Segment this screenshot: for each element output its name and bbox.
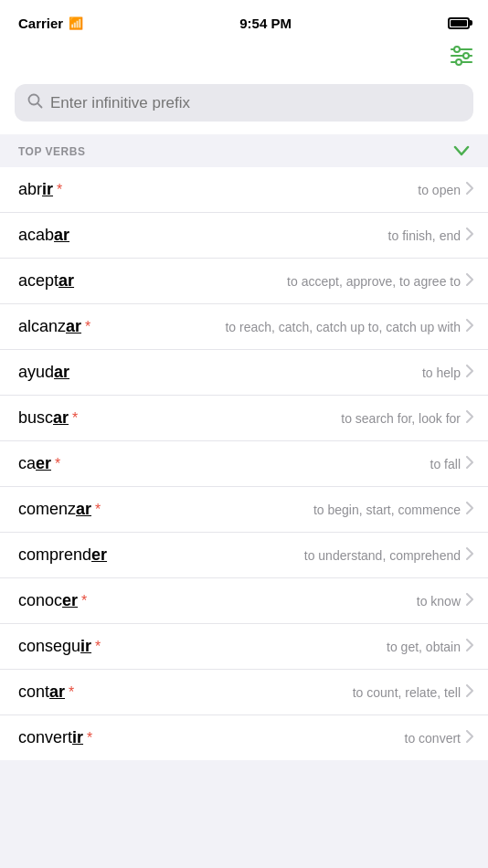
verb-left: comprender bbox=[18, 545, 107, 565]
verb-translation: to finish, end bbox=[388, 228, 461, 243]
verb-left: abrir * bbox=[18, 180, 62, 199]
verb-left: contar * bbox=[18, 683, 74, 702]
verb-row[interactable]: comprenderto understand, comprehend bbox=[0, 533, 488, 578]
verb-right: to finish, end bbox=[388, 228, 473, 244]
verb-translation: to get, obtain bbox=[387, 640, 461, 654]
verb-right: to know bbox=[417, 593, 473, 609]
verb-stem: ca bbox=[18, 454, 36, 473]
row-chevron-icon bbox=[466, 319, 473, 335]
verb-left: ayudar bbox=[18, 363, 69, 382]
verb-ending: ar bbox=[66, 317, 81, 336]
battery-container bbox=[448, 17, 470, 29]
verb-translation: to know bbox=[417, 594, 461, 609]
verb-ending: er bbox=[62, 591, 78, 610]
verb-row[interactable]: acabarto finish, end bbox=[0, 213, 488, 259]
row-chevron-icon bbox=[466, 639, 473, 655]
verb-row[interactable]: alcanzar *to reach, catch, catch up to, … bbox=[0, 304, 488, 350]
row-chevron-icon bbox=[466, 273, 473, 290]
irregular-star: * bbox=[87, 730, 92, 746]
verb-row[interactable]: caer *to fall bbox=[0, 441, 488, 487]
verb-row[interactable]: contar *to count, relate, tell bbox=[0, 670, 488, 715]
verb-row[interactable]: conseguir *to get, obtain bbox=[0, 624, 488, 670]
verb-right: to open bbox=[418, 182, 473, 198]
section-header: TOP VERBS bbox=[0, 134, 488, 167]
irregular-star: * bbox=[69, 684, 74, 701]
verb-left: alcanzar * bbox=[18, 317, 90, 336]
irregular-star: * bbox=[95, 502, 101, 518]
verb-ending: ir bbox=[80, 637, 91, 656]
verb-right: to reach, catch, catch up to, catch up w… bbox=[225, 319, 473, 335]
verb-row[interactable]: comenzar *to begin, start, commence bbox=[0, 487, 488, 533]
verb-left: conocer * bbox=[18, 591, 87, 610]
verb-translation: to begin, start, commence bbox=[313, 503, 461, 517]
verb-translation: to reach, catch, catch up to, catch up w… bbox=[225, 320, 461, 334]
verb-translation: to understand, comprehend bbox=[304, 548, 461, 563]
search-bar[interactable] bbox=[15, 84, 473, 122]
verb-ending: er bbox=[91, 545, 107, 565]
verb-translation: to count, relate, tell bbox=[353, 685, 461, 700]
verb-row[interactable]: ayudarto help bbox=[0, 350, 488, 396]
svg-point-3 bbox=[454, 47, 460, 52]
row-chevron-icon bbox=[466, 365, 473, 381]
verb-ending: ar bbox=[53, 408, 69, 428]
search-input[interactable] bbox=[50, 94, 461, 112]
row-chevron-icon bbox=[466, 182, 473, 198]
verb-stem: ayud bbox=[18, 363, 54, 382]
verb-left: buscar * bbox=[18, 408, 78, 428]
verb-right: to begin, start, commence bbox=[313, 502, 473, 518]
verb-row[interactable]: conocer *to know bbox=[0, 578, 488, 624]
svg-point-4 bbox=[463, 53, 469, 58]
verb-stem: acept bbox=[18, 271, 58, 291]
irregular-star: * bbox=[57, 182, 62, 198]
verb-row[interactable]: aceptarto accept, approve, to agree to bbox=[0, 259, 488, 304]
verb-left: comenzar * bbox=[18, 500, 101, 519]
irregular-star: * bbox=[95, 639, 101, 655]
carrier-label: Carrier bbox=[18, 16, 63, 31]
chevron-down-icon[interactable] bbox=[453, 143, 470, 160]
verb-ending: ar bbox=[76, 500, 91, 519]
row-chevron-icon bbox=[466, 228, 473, 244]
verb-stem: acab bbox=[18, 226, 54, 245]
verb-row[interactable]: convertir *to convert bbox=[0, 715, 488, 760]
verb-stem: consegu bbox=[18, 637, 80, 656]
battery-icon bbox=[448, 17, 470, 29]
verb-ending: ar bbox=[58, 271, 74, 291]
irregular-star: * bbox=[81, 593, 87, 609]
row-chevron-icon bbox=[466, 502, 473, 518]
verb-left: convertir * bbox=[18, 728, 92, 747]
wifi-icon: 📶 bbox=[69, 16, 83, 30]
verb-right: to understand, comprehend bbox=[304, 547, 473, 564]
row-chevron-icon bbox=[466, 593, 473, 609]
verb-row[interactable]: buscar *to search for, look for bbox=[0, 396, 488, 441]
row-chevron-icon bbox=[466, 547, 473, 564]
verb-stem: busc bbox=[18, 408, 53, 428]
verb-translation: to search for, look for bbox=[341, 411, 461, 426]
verb-stem: cont bbox=[18, 683, 49, 702]
verb-ending: ir bbox=[72, 728, 83, 747]
verb-right: to count, relate, tell bbox=[353, 684, 473, 701]
irregular-star: * bbox=[55, 456, 60, 472]
verb-left: conseguir * bbox=[18, 637, 101, 656]
row-chevron-icon bbox=[466, 456, 473, 472]
verb-ending: ar bbox=[49, 683, 65, 702]
carrier-info: Carrier 📶 bbox=[18, 16, 83, 31]
verb-ending: er bbox=[36, 454, 51, 473]
verb-ending: ar bbox=[54, 363, 69, 382]
search-bar-container bbox=[0, 77, 488, 134]
svg-line-7 bbox=[37, 103, 41, 107]
verb-right: to convert bbox=[405, 730, 473, 746]
irregular-star: * bbox=[85, 319, 90, 335]
verb-right: to get, obtain bbox=[387, 639, 473, 655]
row-chevron-icon bbox=[466, 684, 473, 701]
verb-translation: to fall bbox=[430, 457, 461, 471]
verb-translation: to open bbox=[418, 183, 461, 197]
verb-translation: to help bbox=[422, 365, 461, 380]
verb-translation: to convert bbox=[405, 731, 461, 746]
filter-icon[interactable] bbox=[450, 46, 473, 71]
verb-row[interactable]: abrir *to open bbox=[0, 167, 488, 213]
verb-stem: comenz bbox=[18, 500, 76, 519]
verb-translation: to accept, approve, to agree to bbox=[287, 274, 461, 289]
section-title: TOP VERBS bbox=[18, 145, 85, 158]
verb-right: to accept, approve, to agree to bbox=[287, 273, 473, 290]
row-chevron-icon bbox=[466, 730, 473, 746]
